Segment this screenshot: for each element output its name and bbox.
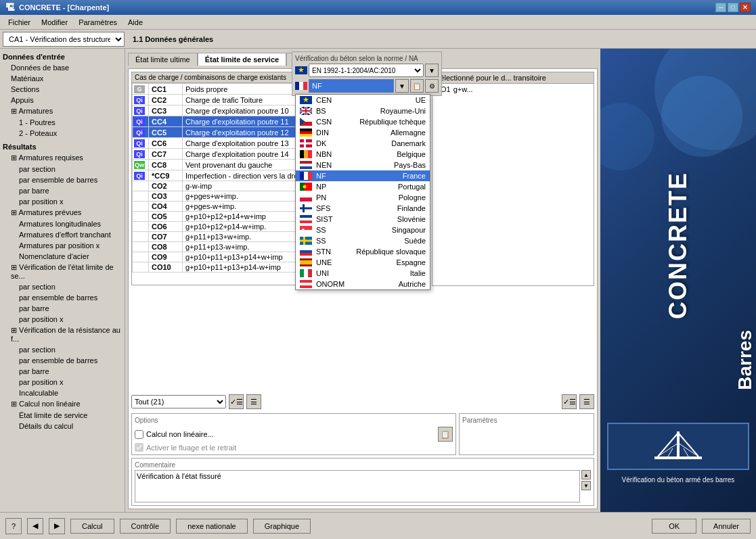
dropdown-item-ss-se[interactable]: SSSuède <box>296 235 430 246</box>
sidebar-item-els-barre[interactable]: par barre <box>0 303 125 314</box>
app-icon: 🏗 <box>5 2 15 13</box>
sidebar-item-armatures[interactable]: ⊞ Armatures <box>0 106 125 117</box>
dropdown-item-csn[interactable]: CSNRépublique tchèque <box>296 116 430 127</box>
close-button[interactable]: ✕ <box>740 3 751 12</box>
cases-check-btn[interactable]: ✓☰ <box>229 394 244 409</box>
na-dropdown-btn[interactable]: ▼ <box>395 79 409 93</box>
checkbox-nonlineaire[interactable] <box>135 430 143 439</box>
eu-flag-norm: ★ <box>295 66 307 74</box>
help-btn[interactable]: ? <box>5 518 22 534</box>
sidebar-item-poteaux[interactable]: 2 - Poteaux <box>0 128 125 139</box>
svg-rect-31 <box>308 172 312 180</box>
menu-fichier[interactable]: Fichier <box>3 17 36 28</box>
sidebar-item-feu-ensemble[interactable]: par ensemble de barres <box>0 355 125 366</box>
dropdown-item-sist[interactable]: SISTSlovénie <box>296 214 430 225</box>
cancel-btn[interactable]: Annuler <box>702 519 751 534</box>
norm-dropdown-btn[interactable]: ▼ <box>425 64 439 77</box>
svg-rect-18 <box>300 131 312 134</box>
sidebar-item-sections[interactable]: Sections <box>0 84 125 95</box>
na-copy-btn[interactable]: 📋 <box>410 79 424 93</box>
sidebar-item-par-position1[interactable]: par position x <box>0 196 125 207</box>
sidebar-item-incalculable[interactable]: Incalculable <box>0 388 125 398</box>
sidebar-item-poutres[interactable]: 1 - Poutres <box>0 117 125 128</box>
dropdown-item-une[interactable]: UNEEspagne <box>296 257 430 268</box>
sidebar-item-verif-els[interactable]: ⊞ Vérification de l'état limite de se... <box>0 262 125 281</box>
sidebar-item-donnees-entree[interactable]: Données d'entrée <box>0 51 125 62</box>
sidebar-item-resultats[interactable]: Résultats <box>0 139 125 152</box>
dropdown-item-ss-sg[interactable]: SSSingapour <box>296 225 430 235</box>
dropdown-item-stn[interactable]: STNRépublique slovaque <box>296 246 430 257</box>
ok-btn[interactable]: OK <box>652 519 696 534</box>
sidebar-item-details[interactable]: Détails du calcul <box>0 421 125 431</box>
sidebar-item-calcul-nl[interactable]: ⊞ Calcul non linéaire <box>0 398 125 410</box>
sidebar-item-nomenclature[interactable]: Nomenclature d'acier <box>0 251 125 262</box>
checkbox-fluage <box>135 443 143 452</box>
dropdown-item-np[interactable]: NPPortugal <box>296 181 430 192</box>
svg-text:★: ★ <box>298 66 305 74</box>
back-btn[interactable]: ◀ <box>27 518 43 534</box>
tab-els[interactable]: État limite de service <box>198 53 286 66</box>
sidebar-item-feu-section[interactable]: par section <box>0 344 125 355</box>
dropdown-item-din[interactable]: DINAllemagne <box>296 127 430 138</box>
graphique-btn[interactable]: Graphique <box>253 519 311 534</box>
cases-list-btn[interactable]: ☰ <box>246 394 261 409</box>
right-list-btn[interactable]: ☰ <box>579 394 594 409</box>
menu-bar: Fichier Modifier Paramètres Aide <box>0 15 756 30</box>
dropdown-item-uni[interactable]: UNIItalie <box>296 268 430 279</box>
right-brand-panel: CONCRETE Barres <box>600 49 756 512</box>
sidebar-item-arm-pos[interactable]: Armatures par position x <box>0 240 125 251</box>
norm-standard-select[interactable]: EN 1992-1-1:2004/AC:2010 <box>309 64 424 77</box>
dropdown-item-nen[interactable]: NENPays-Bas <box>296 160 430 170</box>
dropdown-item-cen[interactable]: ★ CENUE <box>296 95 430 106</box>
dropdown-item-nf[interactable]: NFFrance <box>296 170 430 181</box>
dropdown-item-nbn[interactable]: NBNBelgique <box>296 149 430 160</box>
norm-label: Vérification du béton selon la norme / N… <box>295 55 439 62</box>
comment-scroll-up[interactable]: ▲ <box>581 470 591 479</box>
menu-modifier[interactable]: Modifier <box>36 17 73 28</box>
sidebar-item-arm-long[interactable]: Armatures longitudinales <box>0 218 125 229</box>
sidebar-item-par-ensemble1[interactable]: par ensemble de barres <box>0 174 125 185</box>
menu-aide[interactable]: Aide <box>123 17 148 28</box>
forward-btn[interactable]: ▶ <box>49 518 65 534</box>
cases-combo-select[interactable]: Tout (21) <box>131 395 226 408</box>
ca-dropdown[interactable]: CA1 - Vérification des structures <box>3 32 125 47</box>
calcul-btn[interactable]: Calcul <box>70 519 114 534</box>
menu-parametres[interactable]: Paramètres <box>73 17 123 28</box>
right-check-btn[interactable]: ✓☰ <box>562 394 577 409</box>
cases-right-list[interactable]: CO1 g+w... <box>432 83 594 286</box>
commentaire-textarea[interactable]: Vérification à l'état fissuré <box>135 470 580 502</box>
sidebar-item-feu-barre[interactable]: par barre <box>0 366 125 377</box>
sidebar-item-donnees-base[interactable]: Données de base <box>0 62 125 73</box>
sidebar-item-arm-prevues[interactable]: ⊞ Armatures prévues <box>0 207 125 218</box>
sidebar-item-els-pos[interactable]: par position x <box>0 314 125 325</box>
na-settings-btn[interactable]: ⚙ <box>425 79 439 93</box>
controle-btn[interactable]: Contrôle <box>120 519 171 534</box>
sidebar-item-els-service[interactable]: État limite de service <box>0 410 125 421</box>
dropdown-item-pn[interactable]: PNPologne <box>296 192 430 203</box>
nexe-nationale-btn[interactable]: nexe nationale <box>176 519 248 534</box>
sidebar-item-els-section[interactable]: par section <box>0 281 125 292</box>
sidebar-item-arm-effort[interactable]: Armatures d'effort tranchant <box>0 229 125 240</box>
maximize-button[interactable]: □ <box>728 3 738 12</box>
dropdown-item-sfs[interactable]: SFSFinlande <box>296 203 430 214</box>
right-selected-row: CO1 g+w... <box>432 84 594 95</box>
dropdown-item-onorm[interactable]: ONORMAutriche <box>296 279 430 289</box>
comment-scroll-down[interactable]: ▼ <box>581 481 591 490</box>
sidebar-item-materiaux[interactable]: Matériaux <box>0 73 125 84</box>
fr-flag-na <box>295 82 307 90</box>
sidebar-item-appuis[interactable]: Appuis <box>0 95 125 106</box>
dropdown-item-bs[interactable]: BSRoyaume-Uni <box>296 106 430 116</box>
dropdown-item-dk[interactable]: DKDanemark <box>296 138 430 149</box>
minimize-button[interactable]: ─ <box>715 3 726 12</box>
sidebar-item-feu-pos[interactable]: par position x <box>0 377 125 388</box>
sidebar-item-arm-requises[interactable]: ⊞ Armatures requises <box>0 152 125 164</box>
tab-elu[interactable]: État limite ultime <box>128 53 198 66</box>
svg-rect-35 <box>300 193 312 197</box>
sidebar-item-verif-feu[interactable]: ⊞ Vérification de la résistance au f... <box>0 325 125 344</box>
calcul-nonlineaire-btn[interactable]: 📋 <box>438 427 453 442</box>
bridge-icon-area <box>607 423 749 470</box>
na-select-display[interactable]: NF <box>309 79 394 93</box>
sidebar-item-par-barre1[interactable]: par barre <box>0 185 125 196</box>
sidebar-item-els-ensemble[interactable]: par ensemble de barres <box>0 292 125 303</box>
sidebar-item-par-section1[interactable]: par section <box>0 164 125 174</box>
